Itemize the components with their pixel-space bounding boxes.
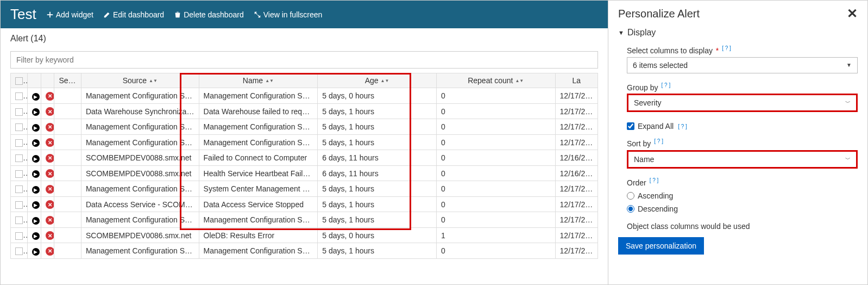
row-checkbox[interactable] xyxy=(15,123,23,131)
edit-dashboard-button[interactable]: Edit dashboard xyxy=(103,10,164,19)
ascending-radio[interactable] xyxy=(627,192,634,200)
help-icon[interactable]: [ ? ] xyxy=(678,123,687,129)
severity-critical-icon: ✕ xyxy=(46,169,54,178)
expand-row-icon[interactable]: ▶ xyxy=(32,248,40,256)
cell-source: Management Configuration Service xyxy=(81,88,199,104)
expand-row-icon[interactable]: ▶ xyxy=(32,139,40,147)
cell-repeat: 0 xyxy=(436,119,555,135)
filter-input[interactable] xyxy=(10,51,598,69)
severity-critical-icon: ✕ xyxy=(46,216,54,225)
severity-critical-icon: ✕ xyxy=(46,92,54,101)
table-row[interactable]: ▶✕SCOMBEMPDEV0086.smx.netOleDB: Results … xyxy=(11,227,598,243)
table-row[interactable]: ▶✕Management Configuration ServiceManage… xyxy=(11,88,598,104)
col-name[interactable]: Name xyxy=(243,76,263,85)
cell-source: Management Configuration Service xyxy=(81,134,199,150)
cell-age: 5 days, 1 hours xyxy=(318,196,437,212)
expand-row-icon[interactable]: ▶ xyxy=(32,93,40,101)
row-checkbox[interactable] xyxy=(15,247,23,255)
close-icon[interactable]: ✕ xyxy=(847,7,858,20)
cell-name: Management Configuration Service l xyxy=(199,212,318,228)
select-all-checkbox[interactable] xyxy=(15,77,23,85)
delete-dashboard-button[interactable]: Delete dashboard xyxy=(174,10,244,19)
row-checkbox[interactable] xyxy=(15,154,23,162)
expand-row-icon[interactable]: ▶ xyxy=(32,170,40,178)
table-row[interactable]: ▶✕SCOMBEMPDEV0088.smx.netFailed to Conne… xyxy=(11,150,598,166)
edit-dashboard-label: Edit dashboard xyxy=(113,10,164,19)
group-by-label: Group by xyxy=(627,83,658,91)
table-row[interactable]: ▶✕SCOMBEMPDEV0088.smx.netHealth Service … xyxy=(11,165,598,181)
cell-name: OleDB: Results Error xyxy=(199,227,318,243)
table-row[interactable]: ▶✕Management Configuration ServiceManage… xyxy=(11,119,598,135)
cell-repeat: 0 xyxy=(436,181,555,197)
table-row[interactable]: ▶✕Data Warehouse Synchronization SeData … xyxy=(11,103,598,119)
row-checkbox[interactable] xyxy=(15,185,23,193)
cell-source: Management Configuration Service xyxy=(81,212,199,228)
row-checkbox[interactable] xyxy=(15,108,23,116)
help-icon[interactable]: [ ? ] xyxy=(661,82,670,88)
cell-source: SCOMBEMPDEV0088.smx.net xyxy=(81,165,199,181)
table-row[interactable]: ▶✕Management Configuration ServiceSystem… xyxy=(11,181,598,197)
columns-dropdown[interactable]: 6 items selected ▼ xyxy=(627,57,858,73)
expand-all-label: Expand All xyxy=(638,122,674,131)
severity-critical-icon: ✕ xyxy=(46,123,54,132)
col-severity[interactable]: Sever xyxy=(59,76,79,85)
expand-row-icon[interactable]: ▶ xyxy=(32,201,40,209)
table-row[interactable]: ▶✕Data Access Service - SCOMBEMPDEData A… xyxy=(11,196,598,212)
row-checkbox[interactable] xyxy=(15,139,23,147)
cell-name: Data Warehouse failed to request a l xyxy=(199,103,318,119)
sort-icon: ▲▼ xyxy=(381,80,389,82)
row-checkbox[interactable] xyxy=(15,92,23,100)
pencil-icon xyxy=(103,11,111,18)
cell-name: Management Configuration Service l xyxy=(199,119,318,135)
table-row[interactable]: ▶✕Management Configuration ServiceManage… xyxy=(11,243,598,259)
severity-critical-icon: ✕ xyxy=(46,138,54,147)
col-last[interactable]: La xyxy=(572,76,581,85)
col-age[interactable]: Age xyxy=(365,76,379,85)
expand-row-icon[interactable]: ▶ xyxy=(32,108,40,116)
descending-radio[interactable] xyxy=(627,205,634,213)
save-personalization-button[interactable]: Save personalization xyxy=(618,237,704,255)
object-class-note: Object class columns would be used xyxy=(627,222,858,231)
help-icon[interactable]: [ ? ] xyxy=(654,138,663,144)
cell-last: 12/17/2020 xyxy=(555,212,597,228)
cell-age: 6 days, 11 hours xyxy=(318,150,437,166)
cell-repeat: 0 xyxy=(436,88,555,104)
group-by-value: Severity xyxy=(634,98,662,107)
cell-source: Data Access Service - SCOMBEMPDE xyxy=(81,196,199,212)
expand-all-checkbox[interactable] xyxy=(627,122,634,130)
row-checkbox[interactable] xyxy=(15,232,23,240)
display-section-label: Display xyxy=(627,28,656,38)
row-checkbox[interactable] xyxy=(15,201,23,209)
cell-age: 5 days, 1 hours xyxy=(318,181,437,197)
cell-age: 5 days, 1 hours xyxy=(318,119,437,135)
cell-repeat: 0 xyxy=(436,243,555,259)
col-source[interactable]: Source xyxy=(123,76,147,85)
help-icon[interactable]: [ ? ] xyxy=(722,45,731,51)
cell-repeat: 0 xyxy=(436,212,555,228)
severity-critical-icon: ✕ xyxy=(46,107,54,116)
cell-source: SCOMBEMPDEV0088.smx.net xyxy=(81,150,199,166)
expand-row-icon[interactable]: ▶ xyxy=(32,155,40,163)
order-label: Order xyxy=(627,178,646,187)
sort-by-dropdown[interactable]: Name ﹀ xyxy=(627,150,858,169)
add-widget-button[interactable]: Add widget xyxy=(46,10,93,19)
expand-row-icon[interactable]: ▶ xyxy=(32,232,40,240)
table-row[interactable]: ▶✕Management Configuration ServiceManage… xyxy=(11,134,598,150)
display-section-toggle[interactable]: ▼ Display xyxy=(618,28,858,38)
expand-row-icon[interactable]: ▶ xyxy=(32,124,40,132)
fullscreen-button[interactable]: View in fullscreen xyxy=(254,10,323,19)
cell-last: 12/17/2020 xyxy=(555,119,597,135)
group-by-dropdown[interactable]: Severity ﹀ xyxy=(627,94,858,112)
col-repeat[interactable]: Repeat count xyxy=(468,76,513,85)
expand-row-icon[interactable]: ▶ xyxy=(32,186,40,194)
cell-last: 12/17/2020 xyxy=(555,243,597,259)
table-row[interactable]: ▶✕Management Configuration ServiceManage… xyxy=(11,212,598,228)
expand-icon xyxy=(254,11,261,18)
cell-last: 12/17/2020 xyxy=(555,227,597,243)
row-checkbox[interactable] xyxy=(15,170,23,178)
expand-row-icon[interactable]: ▶ xyxy=(32,217,40,225)
row-checkbox[interactable] xyxy=(15,216,23,224)
help-icon[interactable]: [ ? ] xyxy=(650,177,659,183)
cell-name: Management Configuration Service l xyxy=(199,134,318,150)
alerts-table: Sever Source▲▼ Name▲▼ Age▲▼ Repeat count… xyxy=(10,73,598,259)
